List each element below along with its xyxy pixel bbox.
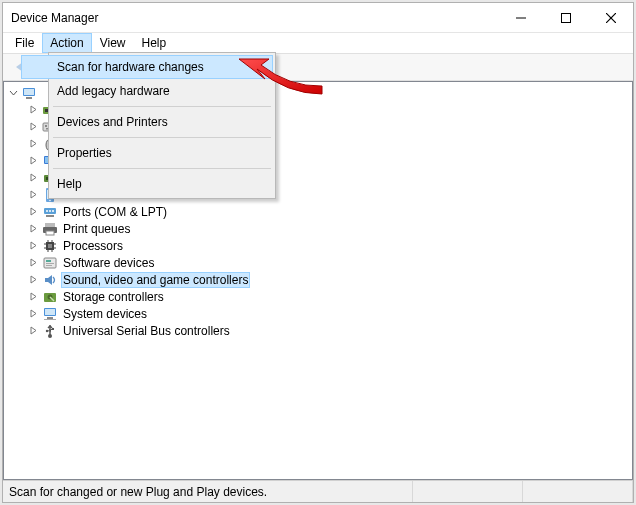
expand-icon[interactable] (28, 325, 39, 336)
svg-rect-49 (46, 265, 52, 266)
device-manager-window: Device Manager File Action View Help (2, 2, 634, 503)
menu-file[interactable]: File (7, 33, 42, 53)
close-button[interactable] (588, 3, 633, 32)
tree-node[interactable]: System devices (8, 305, 632, 322)
storage-icon (42, 289, 58, 305)
menu-item-label: Scan for hardware changes (57, 60, 204, 74)
action-dropdown: Scan for hardware changes Add legacy har… (48, 52, 276, 199)
collapse-icon[interactable] (8, 87, 19, 98)
minimize-icon (516, 13, 526, 23)
svg-rect-48 (46, 263, 54, 264)
expand-icon[interactable] (28, 240, 39, 251)
status-spacer (413, 481, 523, 502)
svg-rect-33 (45, 223, 55, 227)
svg-point-58 (46, 329, 48, 331)
expand-icon[interactable] (28, 206, 39, 217)
system-icon (42, 306, 58, 322)
window-controls (498, 3, 633, 32)
window-title: Device Manager (11, 11, 98, 25)
tree-node[interactable]: Processors (8, 237, 632, 254)
statusbar: Scan for changed or new Plug and Play de… (3, 480, 633, 502)
titlebar: Device Manager (3, 3, 633, 33)
svg-point-29 (46, 210, 48, 212)
maximize-icon (561, 13, 571, 23)
tree-node-label: Universal Serial Bus controllers (61, 324, 232, 338)
tree-node-label: Storage controllers (61, 290, 166, 304)
usb-icon (42, 323, 58, 339)
expand-icon[interactable] (28, 274, 39, 285)
expand-icon[interactable] (28, 257, 39, 268)
expand-icon[interactable] (28, 308, 39, 319)
menu-action[interactable]: Action (42, 33, 91, 53)
tree-node[interactable]: Print queues (8, 220, 632, 237)
menu-scan-hardware[interactable]: Scan for hardware changes (21, 55, 273, 79)
tree-node-label: Sound, video and game controllers (61, 272, 250, 288)
status-text: Scan for changed or new Plug and Play de… (3, 481, 413, 502)
menu-separator (53, 106, 271, 107)
menu-item-label: Add legacy hardware (57, 84, 170, 98)
menu-view[interactable]: View (92, 33, 134, 53)
menu-devices-printers[interactable]: Devices and Printers (21, 110, 273, 134)
svg-rect-32 (46, 215, 54, 217)
svg-rect-53 (45, 309, 55, 315)
svg-rect-1 (561, 13, 570, 22)
sound-icon (42, 272, 58, 288)
tree-node-label: Software devices (61, 256, 156, 270)
tree-node-label: Print queues (61, 222, 132, 236)
menu-item-label: Help (57, 177, 82, 191)
expand-icon[interactable] (28, 291, 39, 302)
svg-point-30 (49, 210, 51, 212)
cpu-icon (42, 238, 58, 254)
close-icon (606, 13, 616, 23)
menu-separator (53, 137, 271, 138)
menu-separator (53, 168, 271, 169)
svg-rect-55 (44, 319, 56, 320)
svg-rect-35 (46, 231, 54, 235)
tree-node-label: Processors (61, 239, 125, 253)
menu-add-legacy[interactable]: Add legacy hardware (21, 79, 273, 103)
svg-rect-37 (48, 244, 52, 248)
tree-node-label: Ports (COM & LPT) (61, 205, 169, 219)
tree-node-label: System devices (61, 307, 149, 321)
maximize-button[interactable] (543, 3, 588, 32)
tree-node[interactable]: Ports (COM & LPT) (8, 203, 632, 220)
tree-node[interactable]: Sound, video and game controllers (8, 271, 632, 288)
tree-node[interactable]: Storage controllers (8, 288, 632, 305)
svg-point-31 (52, 210, 54, 212)
software-icon (42, 255, 58, 271)
menu-item-label: Devices and Printers (57, 115, 168, 129)
printer-icon (42, 221, 58, 237)
tree-node[interactable]: Universal Serial Bus controllers (8, 322, 632, 339)
menubar: File Action View Help (3, 33, 633, 53)
status-spacer (523, 481, 633, 502)
minimize-button[interactable] (498, 3, 543, 32)
svg-rect-54 (47, 317, 53, 319)
svg-point-27 (49, 199, 51, 201)
expand-icon[interactable] (28, 223, 39, 234)
menu-help[interactable]: Help (134, 33, 175, 53)
menu-help[interactable]: Help (21, 172, 273, 196)
tree-node[interactable]: Software devices (8, 254, 632, 271)
port-icon (42, 204, 58, 220)
menu-item-label: Properties (57, 146, 112, 160)
menu-properties[interactable]: Properties (21, 141, 273, 165)
svg-rect-47 (46, 260, 51, 262)
